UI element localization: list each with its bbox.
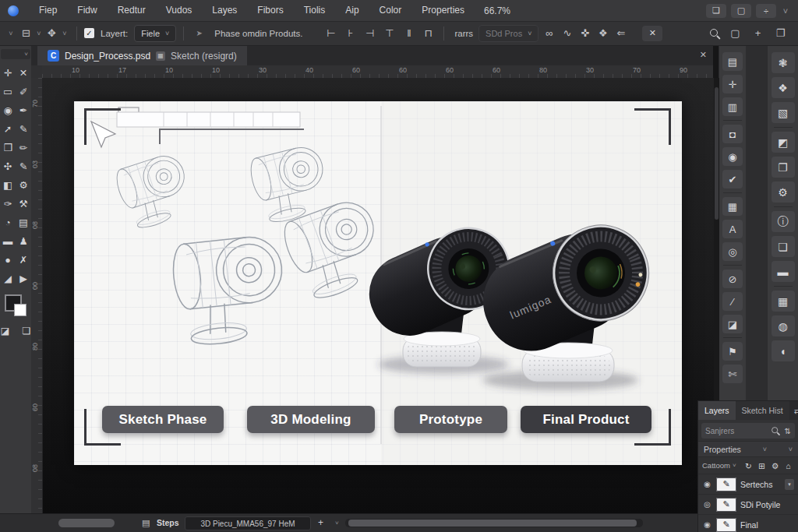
align-top-icon[interactable]: ⊤ bbox=[381, 26, 397, 41]
menu-item-2[interactable]: Redtur bbox=[108, 0, 156, 21]
shape-icon[interactable]: ▢ bbox=[731, 4, 751, 18]
layer-row[interactable]: ◉✎Sertechs▾ bbox=[698, 474, 798, 494]
blob-icon[interactable]: ❃ bbox=[772, 52, 795, 73]
layer-thumbnail[interactable]: ✎ bbox=[716, 477, 736, 491]
eye-icon[interactable]: ◉ bbox=[722, 147, 743, 166]
menu-item-9[interactable]: Properties bbox=[411, 0, 475, 21]
distribute-v-icon[interactable]: ⊓ bbox=[420, 26, 436, 41]
collapse-icon[interactable]: ✕ bbox=[16, 66, 31, 79]
dot-tool-icon[interactable]: ● bbox=[1, 253, 16, 266]
canvas-area[interactable]: lumigoa bbox=[42, 78, 714, 514]
nodes-icon[interactable]: ❖ bbox=[772, 77, 795, 98]
visibility-icon[interactable]: ◉ bbox=[702, 520, 712, 529]
menu-item-4[interactable]: Layes bbox=[202, 0, 247, 21]
line-icon[interactable]: ∕ bbox=[722, 292, 743, 311]
collapse-panel-icon[interactable]: ⇄ bbox=[789, 401, 798, 420]
properties-section-header[interactable]: Properties ˅ ˅ bbox=[698, 441, 798, 457]
wrench-icon[interactable]: ⚒ bbox=[16, 197, 31, 210]
search-icon[interactable] bbox=[770, 426, 780, 436]
auto-select-icon[interactable]: ⊟ bbox=[18, 26, 34, 41]
grid-icon[interactable]: ▦ bbox=[772, 291, 795, 312]
block-icon[interactable]: ⊘ bbox=[722, 270, 743, 288]
add-step-button[interactable]: + bbox=[318, 517, 323, 528]
menu-item-0[interactable]: Fiep bbox=[29, 0, 67, 21]
home-icon[interactable]: ⌂ bbox=[782, 460, 794, 471]
scissors-icon[interactable]: ✄ bbox=[722, 365, 743, 383]
distribute-h-icon[interactable]: ‖ bbox=[401, 26, 417, 41]
chess-icon[interactable]: ♟ bbox=[16, 234, 31, 248]
quote-icon[interactable]: ◖ bbox=[772, 340, 795, 361]
arrange-icon[interactable]: ❖ bbox=[595, 26, 611, 41]
refresh-icon[interactable]: ↻ bbox=[743, 460, 754, 471]
move-plus-icon[interactable]: ✛ bbox=[722, 75, 743, 93]
knife-tool-icon[interactable]: ✎ bbox=[16, 122, 31, 136]
align-right-icon[interactable]: ⊣ bbox=[362, 26, 378, 41]
image-icon[interactable]: ◩ bbox=[772, 132, 795, 153]
toolbar-preset-select[interactable]: ˅ bbox=[1, 49, 30, 59]
copy-icon[interactable]: ❏ bbox=[772, 236, 795, 257]
chevron-down-icon[interactable]: ˅ bbox=[335, 520, 339, 527]
horizontal-scrollbar-thumb[interactable] bbox=[348, 520, 637, 527]
search-hide-icon[interactable]: ◎ bbox=[722, 242, 743, 261]
timeline-tab[interactable]: 3D Piecu_MMA56_97 HeM bbox=[185, 516, 311, 530]
pen-tool-icon[interactable]: ✒ bbox=[16, 104, 31, 117]
visibility-icon[interactable]: ◎ bbox=[702, 500, 712, 509]
back-arrow-icon[interactable]: ⇐ bbox=[613, 26, 629, 41]
sort-icon[interactable]: ⇅ bbox=[785, 427, 791, 435]
flag-icon[interactable]: ⚑ bbox=[722, 342, 743, 361]
workspace-icon[interactable]: ❐ bbox=[772, 26, 789, 41]
tab-close-icon[interactable]: ✕ bbox=[700, 50, 707, 60]
gear-icon[interactable]: ⚙ bbox=[772, 181, 795, 203]
bucket-icon[interactable]: ◪ bbox=[722, 315, 743, 333]
layers-icon[interactable]: ▤ bbox=[722, 52, 743, 71]
link-icon[interactable]: ∞ bbox=[541, 26, 557, 41]
history-tool-icon[interactable]: ◔ bbox=[1, 216, 16, 229]
marker-tool-icon[interactable]: ✎ bbox=[16, 160, 31, 173]
pencil-tool-icon[interactable]: ✏ bbox=[16, 141, 31, 154]
layer-row[interactable]: ◉✎Final bbox=[698, 514, 798, 532]
move-tool-icon[interactable]: ✛ bbox=[1, 66, 16, 79]
chevron-down-icon[interactable]: ˅ bbox=[781, 4, 790, 18]
brush-tool-icon[interactable]: ✐ bbox=[16, 85, 31, 98]
chevron-down-icon[interactable]: ˅ bbox=[6, 26, 16, 41]
menu-item-8[interactable]: Color bbox=[369, 0, 412, 21]
layer-thumbnail[interactable]: ✎ bbox=[716, 518, 736, 532]
menu-item-6[interactable]: Tiolis bbox=[294, 0, 336, 21]
gradient-tool-icon[interactable]: ◢ bbox=[1, 272, 16, 285]
arrow-tool-icon[interactable]: ➚ bbox=[1, 122, 16, 136]
layer-checkbox[interactable]: ✓ bbox=[84, 28, 94, 38]
check-icon[interactable]: ✔ bbox=[722, 170, 743, 188]
layer-thumbnail[interactable]: ✎ bbox=[716, 498, 736, 512]
chevron-down-icon[interactable]: ˅ bbox=[60, 26, 69, 41]
vertical-scrollbar-thumb[interactable] bbox=[715, 87, 719, 220]
figure-icon[interactable]: ✗ bbox=[16, 253, 31, 266]
menu-item-7[interactable]: Aip bbox=[335, 0, 369, 21]
tab-sketch-history[interactable]: Sketch Hist bbox=[736, 401, 789, 420]
snap-icon[interactable]: ✜ bbox=[577, 26, 593, 41]
menu-item-3[interactable]: Vudos bbox=[156, 0, 203, 21]
layers-search-field[interactable]: Sanjrers ⇅ bbox=[701, 423, 795, 439]
chevron-down-icon[interactable]: ˅ bbox=[34, 26, 44, 41]
layer-select[interactable]: Fiele ˅ bbox=[134, 25, 176, 42]
shape-tool-icon[interactable]: ◧ bbox=[1, 178, 16, 192]
status-slider[interactable] bbox=[58, 519, 115, 527]
skip-icon[interactable]: ▶ bbox=[16, 272, 31, 285]
type-icon[interactable]: A bbox=[722, 220, 743, 238]
menu-item-5[interactable]: Fibors bbox=[247, 0, 293, 21]
close-options-button[interactable]: ✕ bbox=[642, 26, 662, 41]
horizontal-scrollbar[interactable] bbox=[345, 519, 643, 527]
marquee-tool-icon[interactable]: ▭ bbox=[1, 85, 16, 98]
plus-icon[interactable]: + bbox=[750, 26, 766, 41]
folder-copy-icon[interactable]: ❐ bbox=[772, 157, 795, 178]
artboard[interactable]: lumigoa bbox=[74, 101, 682, 465]
zoom-level[interactable]: 66.7% bbox=[475, 5, 520, 16]
divide-icon[interactable]: ÷ bbox=[756, 4, 776, 18]
tab-layers[interactable]: Layers bbox=[698, 401, 736, 420]
visibility-icon[interactable]: ◉ bbox=[702, 480, 712, 488]
lasso-icon[interactable]: ∿ bbox=[559, 26, 575, 41]
gear-icon[interactable]: ⚙ bbox=[16, 178, 31, 192]
info-icon[interactable]: ⓘ bbox=[772, 211, 795, 232]
contrast-icon[interactable]: ◍ bbox=[772, 315, 795, 336]
smudge-tool-icon[interactable]: ✑ bbox=[1, 197, 16, 210]
document-tab[interactable]: C Design_Process.psd ▦ Sketch (resigrd) bbox=[37, 46, 247, 65]
